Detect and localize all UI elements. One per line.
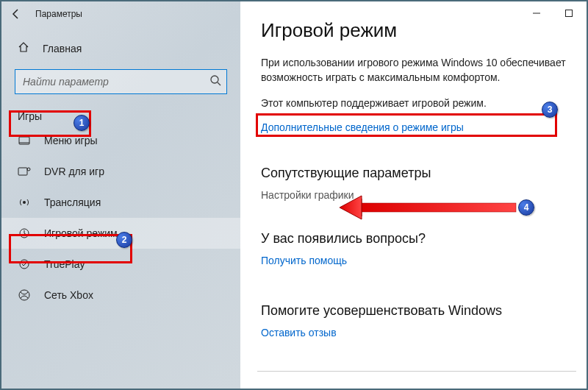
annotation-badge-4: 4: [518, 199, 534, 216]
main-content: Игровой режим При использовании игрового…: [240, 1, 587, 389]
get-help-link[interactable]: Получить помощь: [261, 255, 347, 266]
feedback-link[interactable]: Оставить отзыв: [261, 327, 337, 338]
graphics-settings-link[interactable]: Настройки графики: [261, 189, 354, 201]
svg-point-8: [20, 260, 29, 269]
trueplay-icon: [18, 258, 31, 270]
home-icon: [18, 41, 29, 56]
titlebar: Параметры: [1, 1, 240, 26]
search-icon: [209, 74, 221, 89]
nav-trueplay[interactable]: TruePlay: [1, 249, 240, 280]
nav-game-bar[interactable]: Меню игры: [1, 125, 240, 156]
svg-point-9: [19, 290, 29, 300]
nav-xbox-network[interactable]: Сеть Xbox: [1, 280, 240, 311]
learn-more-link[interactable]: Дополнительные сведения о режиме игры: [261, 121, 464, 133]
menu-icon: [18, 135, 31, 146]
dvr-icon: [18, 166, 31, 177]
search-container: [15, 69, 227, 94]
maximize-button[interactable]: [553, 3, 585, 24]
back-button[interactable]: [9, 7, 24, 21]
nav-label: DVR для игр: [44, 166, 104, 177]
svg-point-6: [23, 201, 26, 204]
nav-label: TruePlay: [44, 258, 85, 270]
xbox-icon: [18, 289, 31, 301]
nav-label: Сеть Xbox: [44, 289, 93, 301]
svg-rect-11: [566, 10, 573, 17]
related-heading: Сопутствующие параметры: [261, 166, 566, 181]
window-controls: [520, 3, 585, 24]
home-nav[interactable]: Главная: [1, 34, 240, 63]
nav-label: Меню игры: [44, 135, 98, 146]
sidebar: Параметры Главная Игры Меню игры DVR для…: [1, 1, 240, 389]
nav-broadcast[interactable]: Трансляция: [1, 187, 240, 218]
annotation-badge-1: 1: [74, 115, 90, 131]
nav-label: Игровой режим: [44, 227, 118, 239]
description-text: При использовании игрового режима Window…: [261, 55, 566, 85]
questions-heading: У вас появились вопросы?: [261, 231, 566, 247]
search-input[interactable]: [15, 69, 227, 94]
svg-point-0: [211, 76, 218, 83]
improve-heading: Помогите усовершенствовать Windows: [261, 303, 566, 319]
broadcast-icon: [18, 196, 31, 208]
svg-line-1: [218, 82, 220, 85]
svg-rect-4: [18, 168, 27, 175]
annotation-badge-2: 2: [116, 232, 132, 248]
gamemode-icon: [18, 227, 31, 239]
annotation-badge-3: 3: [542, 102, 558, 118]
nav-dvr[interactable]: DVR для игр: [1, 156, 240, 187]
minimize-button[interactable]: [520, 3, 553, 24]
window-title: Параметры: [35, 9, 82, 19]
svg-point-5: [27, 168, 30, 171]
nav-label: Трансляция: [44, 196, 101, 208]
home-label: Главная: [43, 43, 82, 54]
footer-divider: [257, 371, 576, 372]
back-arrow-icon: [10, 8, 22, 20]
support-text: Этот компьютер поддерживает игровой режи…: [261, 96, 566, 110]
group-header-games: Игры: [1, 103, 240, 125]
